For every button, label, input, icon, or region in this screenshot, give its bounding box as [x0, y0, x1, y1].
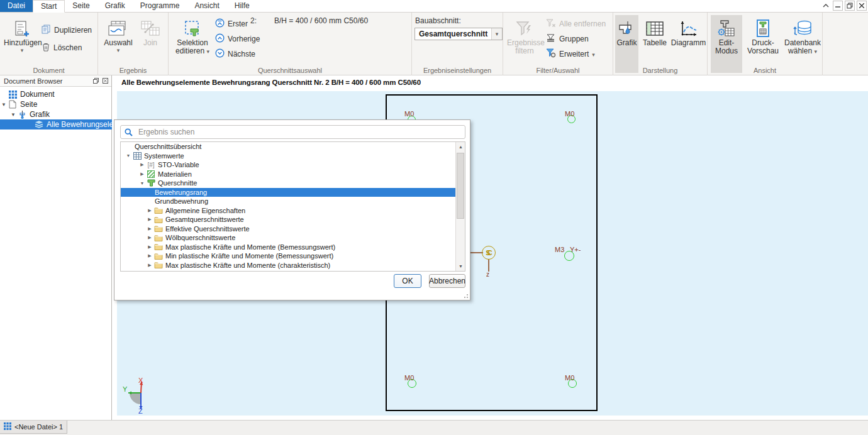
tabelle-button[interactable]: Tabelle	[640, 15, 670, 73]
list-item[interactable]: ▶ Allgemeine Eigenschaften	[121, 206, 465, 216]
folder-icon	[153, 216, 164, 223]
delete-button[interactable]: Löschen	[42, 43, 82, 53]
cancel-button[interactable]: Abbrechen	[429, 274, 465, 288]
page-icon	[8, 100, 18, 109]
list-item[interactable]: ▶ Effektive Querschnittswerte	[121, 224, 465, 234]
rebar-label: M0	[404, 374, 414, 382]
browser-item-dokument[interactable]: Dokument	[0, 89, 112, 99]
table-icon	[640, 15, 670, 39]
list-item[interactable]: ▼ Systemwerte	[121, 151, 465, 161]
result-selection-icon	[101, 15, 136, 39]
tab-start[interactable]: Start	[33, 0, 65, 13]
edit-selection-button[interactable]: Selektion editieren	[172, 15, 213, 73]
grafik-pin-icon	[17, 110, 27, 119]
list-item[interactable]: ▶ Gesamtquerschnittswerte	[121, 215, 465, 224]
browser-item-alle-bewehrungselemente[interactable]: Alle Bewehrungsele...	[0, 119, 112, 129]
rebar-label: M0	[404, 110, 414, 118]
list-item[interactable]: ▶ Max plastische Kräfte und Momente (cha…	[121, 261, 465, 270]
next-icon	[215, 48, 225, 60]
float-panel-icon[interactable]	[92, 77, 100, 85]
list-item-partial[interactable]	[121, 270, 465, 272]
first-button[interactable]: Erster	[215, 19, 248, 29]
expanded-caret-icon[interactable]: ▼	[138, 181, 146, 185]
scroll-up-icon[interactable]: ▲	[456, 142, 465, 151]
search-box	[120, 125, 465, 139]
minimize-icon[interactable]	[833, 1, 843, 11]
file-tab[interactable]: <Neue Datei> 1	[0, 421, 67, 434]
browser-item-grafik[interactable]: ▼ Grafik	[0, 109, 112, 119]
tab-programme[interactable]: Programme	[133, 0, 187, 12]
duplicate-button[interactable]: Duplizieren	[42, 25, 92, 35]
advanced-filter-button[interactable]: Erweitert	[546, 49, 595, 59]
axis-direction-label: Y+-	[570, 246, 581, 253]
close-panel-icon[interactable]	[101, 77, 109, 85]
document-browser-panel: Document Browser Dokument ▼ Seite	[0, 75, 112, 420]
print-preview-button[interactable]: Druck- Vorschau	[745, 15, 781, 73]
tab-hilfe[interactable]: Hilfe	[227, 0, 257, 12]
coordinate-triad: Y X Z	[122, 378, 152, 414]
edit-mode-button[interactable]: Edit- Modus	[711, 15, 742, 73]
result-tree-list[interactable]: Querschnittsübersicht ▼ Systemwerte ▶ [#…	[120, 141, 465, 272]
status-bar: <Neue Datei> 1	[0, 420, 868, 435]
collapsed-caret-icon[interactable]: ▶	[138, 172, 146, 177]
groups-button[interactable]: Gruppen	[546, 34, 589, 44]
scroll-down-icon[interactable]: ▼	[456, 262, 465, 271]
join-icon	[136, 15, 165, 39]
resize-grip[interactable]	[463, 293, 468, 298]
grafik-icon	[615, 15, 638, 39]
add-button[interactable]: Hinzufügen ▾	[4, 15, 40, 73]
y-axis-label: Y	[123, 385, 128, 393]
cross-sections-icon	[146, 179, 156, 187]
grafik-button[interactable]: Grafik	[615, 15, 638, 73]
result-picker-dialog: Querschnittsübersicht ▼ Systemwerte ▶ [#…	[114, 119, 470, 300]
search-input[interactable]	[136, 128, 465, 136]
tab-ansicht[interactable]: Ansicht	[187, 0, 226, 12]
ribbon-group-dokument: Hinzufügen ▾ Duplizieren Löschen Dokumen…	[0, 13, 98, 75]
tab-seite[interactable]: Seite	[65, 0, 97, 12]
combo-caret-icon[interactable]: ▾	[491, 28, 502, 40]
collapsed-caret-icon[interactable]: ▶	[146, 226, 153, 231]
close-icon[interactable]	[857, 1, 867, 11]
expanded-caret-icon[interactable]: ▼	[125, 153, 132, 158]
scroll-thumb[interactable]	[457, 153, 464, 219]
list-item[interactable]: ▶ [#] STO-Variable	[121, 160, 465, 170]
browser-item-seite[interactable]: ▼ Seite	[0, 99, 112, 109]
collapsed-caret-icon[interactable]: ▶	[146, 263, 153, 268]
list-item[interactable]: Grundbewehrung	[121, 197, 465, 206]
diagramm-button[interactable]: Diagramm	[670, 15, 706, 73]
expanded-caret-icon[interactable]: ▼	[9, 112, 17, 118]
list-item[interactable]: Querschnittsübersicht	[121, 142, 465, 151]
tab-datei[interactable]: Datei	[0, 0, 33, 12]
group-filter-icon	[546, 34, 556, 45]
restore-icon[interactable]	[845, 1, 855, 11]
database-select-button[interactable]: Datenbank wählen	[784, 15, 821, 73]
collapsed-caret-icon[interactable]: ▶	[138, 162, 146, 167]
next-button[interactable]: Nächste	[215, 49, 255, 59]
expanded-caret-icon[interactable]: ▼	[0, 102, 8, 107]
collapsed-caret-icon[interactable]: ▶	[146, 245, 153, 250]
bauabschnitt-select[interactable]: Gesamtquerschnitt ▾	[415, 28, 503, 40]
remove-all-filter-icon	[546, 19, 556, 30]
collapsed-caret-icon[interactable]: ▶	[146, 208, 153, 213]
filter-results-button: Ergebnisse filtern	[507, 15, 542, 73]
list-item-selected[interactable]: Bewehrungsrang	[121, 188, 465, 197]
auswahl-button[interactable]: Auswahl ▾	[101, 15, 136, 73]
list-item[interactable]: ▶ Materialien	[121, 170, 465, 179]
collapsed-caret-icon[interactable]: ▶	[146, 217, 153, 222]
shear-center-marker: SC	[482, 246, 496, 260]
list-item[interactable]: ▼ Querschnitte	[121, 179, 465, 188]
diagram-icon	[670, 15, 706, 39]
collapse-ribbon-icon[interactable]	[821, 1, 831, 11]
dropdown-caret-icon	[206, 47, 209, 55]
tab-grafik[interactable]: Grafik	[97, 0, 133, 12]
list-item[interactable]: ▶ Max plastische Kräfte und Momente (Bem…	[121, 243, 465, 252]
collapsed-caret-icon[interactable]: ▶	[146, 235, 153, 240]
list-item[interactable]: ▶ Wölbquerschnittswerte	[121, 233, 465, 243]
collapsed-caret-icon[interactable]: ▶	[146, 253, 153, 258]
duplicate-icon	[42, 25, 51, 36]
previous-button[interactable]: Vorherige	[215, 34, 260, 44]
ok-button[interactable]: OK	[394, 274, 421, 288]
list-item[interactable]: ▶ Min plastische Kräfte und Momente (Bem…	[121, 251, 465, 261]
rebar-label: M0	[565, 374, 574, 382]
list-scrollbar[interactable]: ▲ ▼	[455, 142, 465, 271]
